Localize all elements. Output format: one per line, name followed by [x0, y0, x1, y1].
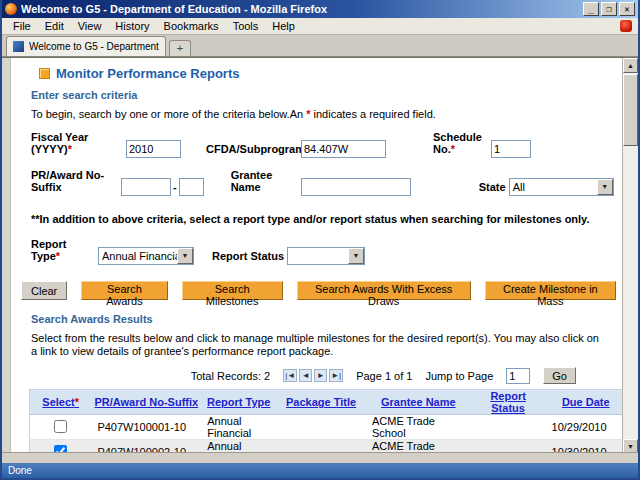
page-indicator: Page 1 of 1: [356, 370, 412, 382]
pager-controls: |◄ ◄ ► ►|: [283, 369, 343, 382]
required-asterisk: *: [306, 108, 310, 120]
tab-bar: Welcome to G5 - Department of Edu... +: [2, 35, 638, 57]
close-button[interactable]: ✕: [619, 2, 635, 16]
jump-to-page-label: Jump to Page: [425, 370, 493, 382]
report-status-label: Report Status: [212, 250, 287, 265]
row-select-checkbox[interactable]: [54, 420, 67, 433]
search-actions: Clear Search Awards Search Milestones Se…: [21, 281, 616, 300]
tab-favicon: [13, 41, 24, 52]
menu-bar: File Edit View History Bookmarks Tools H…: [2, 18, 638, 35]
col-package-title[interactable]: Package Title: [276, 390, 366, 415]
fiscal-year-input[interactable]: [126, 140, 181, 158]
search-criteria-heading: Enter search criteria: [31, 89, 616, 101]
new-tab-button[interactable]: +: [169, 40, 191, 56]
status-bar: Done: [2, 463, 638, 478]
award-number: P407W100001-10: [91, 415, 201, 440]
chevron-down-icon[interactable]: ▼: [177, 248, 193, 264]
minimize-button[interactable]: _: [583, 2, 599, 16]
next-page-icon[interactable]: ►: [314, 369, 327, 382]
cfda-subprogram-input[interactable]: [301, 140, 386, 158]
grantee-name-label: Grantee Name: [231, 169, 301, 196]
report-criteria-row: Report Type* Annual Financial ▼ Report S…: [31, 238, 616, 265]
chevron-down-icon[interactable]: ▼: [348, 248, 364, 264]
results-description: Select from the results below and click …: [31, 332, 606, 358]
schedule-no-label: Schedule No.*: [433, 131, 491, 158]
table-row: P407W100001-10 Annual Financial ACME Tra…: [30, 415, 623, 440]
col-select[interactable]: Select*: [30, 390, 92, 415]
schedule-no-input[interactable]: [491, 140, 531, 158]
search-awards-button[interactable]: Search Awards: [81, 281, 167, 300]
state-select[interactable]: All ▼: [509, 178, 614, 196]
window-titlebar[interactable]: Welcome to G5 - Department of Education …: [2, 0, 638, 18]
col-report-status[interactable]: Report Status: [471, 390, 546, 415]
tab-title: Welcome to G5 - Department of Edu...: [29, 41, 159, 52]
scrollbar-thumb[interactable]: [623, 74, 638, 146]
window-title: Welcome to G5 - Department of Education …: [21, 3, 581, 15]
mozilla-logo-icon: [620, 20, 632, 32]
menu-edit[interactable]: Edit: [38, 19, 71, 33]
grantee-name-cell: ACME Trade School: [366, 415, 471, 440]
search-instructions: To begin, search by one or more of the c…: [31, 108, 616, 120]
package-title-cell: [276, 415, 366, 440]
pr-award-separator: -: [171, 181, 179, 196]
menu-view[interactable]: View: [71, 19, 109, 33]
pr-award-input[interactable]: [121, 178, 171, 196]
menu-bookmarks[interactable]: Bookmarks: [157, 19, 226, 33]
page-content: Monitor Performance Reports Enter search…: [11, 58, 622, 454]
chevron-down-icon[interactable]: ▼: [597, 179, 613, 195]
firefox-window: { "window": { "title": "Welcome to G5 - …: [0, 0, 640, 480]
grantee-name-input[interactable]: [301, 178, 411, 196]
firefox-icon: [5, 3, 17, 15]
search-awards-excess-draws-button[interactable]: Search Awards With Excess Draws: [297, 281, 471, 300]
col-report-type[interactable]: Report Type: [201, 390, 276, 415]
page-title: Monitor Performance Reports: [56, 66, 239, 81]
last-page-icon[interactable]: ►|: [329, 369, 343, 382]
search-results-heading: Search Awards Results: [31, 313, 616, 325]
fiscal-year-label: Fiscal Year (YYYY)*: [31, 131, 126, 158]
pager-top: Total Records: 2 |◄ ◄ ► ►| Page 1 of 1 J…: [31, 367, 576, 384]
browser-bottom-strip: [2, 452, 638, 463]
vertical-scrollbar[interactable]: ▲ ▼: [622, 58, 638, 454]
clear-button[interactable]: Clear: [21, 281, 67, 300]
search-form-row-1: Fiscal Year (YYYY)* CFDA/Subprogram* Sch…: [31, 131, 616, 158]
col-grantee-name[interactable]: Grantee Name: [366, 390, 471, 415]
report-type-cell: Annual Financial: [201, 415, 276, 440]
col-due-date[interactable]: Due Date: [546, 390, 622, 415]
total-records: Total Records: 2: [191, 370, 270, 382]
previous-page-icon[interactable]: ◄: [299, 369, 312, 382]
search-form-row-2: PR/Award No-Suffix - Grantee Name State …: [31, 169, 616, 196]
cfda-subprogram-label: CFDA/Subprogram*: [206, 143, 301, 158]
menu-help[interactable]: Help: [265, 19, 302, 33]
report-status-select[interactable]: ▼: [287, 247, 365, 265]
report-type-select[interactable]: Annual Financial ▼: [98, 247, 194, 265]
menu-history[interactable]: History: [108, 19, 156, 33]
maximize-button[interactable]: ❐: [601, 2, 617, 16]
first-page-icon[interactable]: |◄: [283, 369, 297, 382]
section-icon: [39, 68, 50, 79]
menu-file[interactable]: File: [6, 19, 38, 33]
jump-to-page-input[interactable]: [506, 368, 530, 384]
report-type-label: Report Type*: [31, 238, 98, 265]
pr-award-suffix-input[interactable]: [179, 178, 204, 196]
browser-viewport: Monitor Performance Reports Enter search…: [2, 57, 638, 454]
results-table: Select* PR/Award No-Suffix Report Type P…: [29, 389, 622, 454]
go-button[interactable]: Go: [543, 367, 576, 384]
menu-tools[interactable]: Tools: [226, 19, 266, 33]
search-milestones-button[interactable]: Search Milestones: [182, 281, 283, 300]
status-text: Done: [8, 465, 32, 476]
tab-welcome-g5[interactable]: Welcome to G5 - Department of Edu...: [6, 36, 166, 56]
state-label: State: [479, 181, 509, 196]
page-left-gutter: [2, 58, 11, 454]
pr-award-label: PR/Award No-Suffix: [31, 169, 121, 196]
create-milestone-in-mass-button[interactable]: Create Milestone in Mass: [485, 281, 616, 300]
col-pr-award[interactable]: PR/Award No-Suffix: [91, 390, 201, 415]
milestone-note: **In addition to above criteria, select …: [31, 213, 616, 225]
report-status-cell: [471, 415, 546, 440]
scroll-up-icon[interactable]: ▲: [623, 58, 638, 73]
results-header-row: Select* PR/Award No-Suffix Report Type P…: [30, 390, 623, 415]
due-date-cell: 10/29/2010: [546, 415, 622, 440]
